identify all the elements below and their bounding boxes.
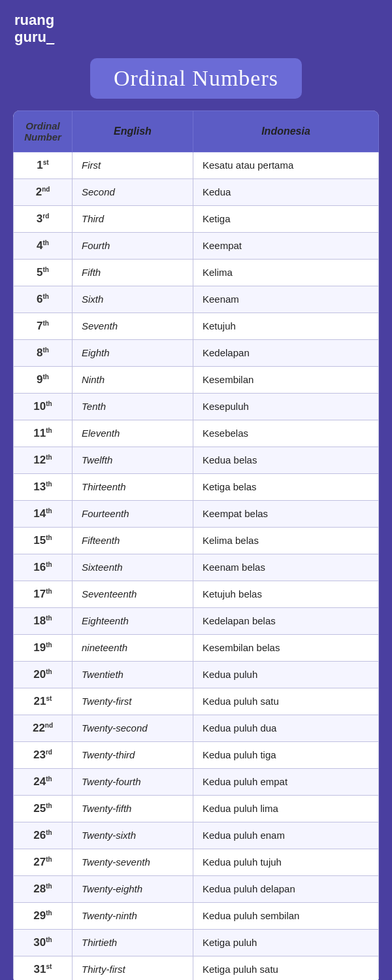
ordinal-num: 5 [37, 266, 42, 279]
cell-indonesia: Kedua puluh satu [193, 688, 379, 715]
cell-indonesia: Keempat [193, 232, 379, 259]
cell-english: Third [73, 205, 193, 232]
ordinal-sup: nd [42, 186, 50, 193]
table-row: 15thFifteenthKelima belas [14, 527, 379, 554]
cell-ordinal: 13th [14, 473, 73, 500]
cell-ordinal: 21st [14, 688, 73, 715]
cell-english: Second [73, 178, 193, 205]
ordinal-sup: st [43, 159, 49, 166]
table-row: 26thTwenty-sixthKedua puluh enam [14, 822, 379, 849]
cell-english: Thirtieth [73, 929, 193, 956]
table-header-row: Ordinal Number English Indonesia [14, 110, 379, 152]
cell-indonesia: Kedua puluh dua [193, 715, 379, 741]
cell-ordinal: 4th [14, 232, 73, 259]
cell-ordinal: 17th [14, 581, 73, 607]
cell-ordinal: 18th [14, 607, 73, 634]
page-title: Ordinal Numbers [114, 66, 278, 90]
cell-indonesia: Ketiga puluh satu [193, 956, 379, 980]
ordinal-num: 8 [37, 346, 42, 359]
table-row: 17thSeventeenthKetujuh belas [14, 581, 379, 607]
ordinal-sup: th [46, 534, 52, 541]
ordinal-sup: th [46, 454, 52, 461]
ordinal-sup: rd [42, 212, 49, 220]
cell-ordinal: 11th [14, 420, 73, 447]
ordinal-table-container: Ordinal Number English Indonesia 1stFirs… [13, 110, 379, 980]
table-row: 25thTwenty-fifthKedua puluh lima [14, 795, 379, 822]
cell-ordinal: 20th [14, 661, 73, 688]
ordinal-sup: th [46, 641, 52, 649]
cell-indonesia: Ketiga puluh [193, 929, 379, 956]
cell-indonesia: Ketujuh [193, 313, 379, 339]
table-row: 19thnineteenthKesembilan belas [14, 634, 379, 661]
ordinal-num: 14 [33, 507, 46, 520]
cell-english: Twentieth [73, 661, 193, 688]
cell-indonesia: Kelima belas [193, 527, 379, 554]
ordinal-sup: th [46, 615, 52, 622]
cell-indonesia: Ketiga [193, 205, 379, 232]
cell-english: Twenty-fifth [73, 795, 193, 822]
cell-english: Twenty-sixth [73, 822, 193, 849]
cell-indonesia: Keempat belas [193, 500, 379, 527]
table-row: 16thSixteenthKeenam belas [14, 554, 379, 581]
ordinal-sup: st [46, 963, 52, 970]
cell-ordinal: 10th [14, 393, 73, 420]
cell-indonesia: Kesembilan [193, 366, 379, 393]
table-row: 28thTwenty-eighthKedua puluh delapan [14, 875, 379, 902]
ordinal-table: Ordinal Number English Indonesia 1stFirs… [13, 110, 379, 980]
cell-indonesia: Kedua puluh tiga [193, 741, 379, 768]
cell-indonesia: Ketujuh belas [193, 581, 379, 607]
table-row: 13thThirteenthKetiga belas [14, 473, 379, 500]
ordinal-num: 12 [33, 454, 46, 466]
cell-english: Twenty-fourth [73, 768, 193, 795]
cell-english: Eleventh [73, 420, 193, 447]
ordinal-sup: th [46, 481, 52, 488]
cell-ordinal: 7th [14, 313, 73, 339]
ordinal-sup: th [46, 588, 52, 595]
ordinal-sup: th [43, 293, 49, 300]
ordinal-num: 23 [33, 749, 46, 761]
ordinal-num: 21 [34, 695, 46, 707]
cell-indonesia: Kesatu atau pertama [193, 152, 379, 178]
cell-english: nineteenth [73, 634, 193, 661]
cell-english: Thirty-first [73, 956, 193, 980]
header-ordinal-number: Ordinal Number [14, 110, 73, 152]
cell-english: Eighteenth [73, 607, 193, 634]
cell-english: Twenty-seventh [73, 849, 193, 875]
ordinal-sup: th [46, 936, 52, 943]
logo-text: ruangguru_ [14, 12, 54, 46]
table-body: 1stFirstKesatu atau pertama2ndSecondKedu… [14, 152, 379, 980]
table-row: 10thTenthKesepuluh [14, 393, 379, 420]
cell-ordinal: 12th [14, 447, 73, 473]
cell-ordinal: 19th [14, 634, 73, 661]
cell-ordinal: 23rd [14, 741, 73, 768]
cell-ordinal: 1st [14, 152, 73, 178]
ordinal-num: 1 [37, 159, 42, 171]
cell-indonesia: Kedua puluh delapan [193, 875, 379, 902]
table-row: 8thEighthKedelapan [14, 339, 379, 366]
cell-english: Ninth [73, 366, 193, 393]
cell-ordinal: 3rd [14, 205, 73, 232]
cell-ordinal: 28th [14, 875, 73, 902]
ordinal-num: 24 [33, 775, 46, 788]
table-row: 22ndTwenty-secondKedua puluh dua [14, 715, 379, 741]
cell-ordinal: 14th [14, 500, 73, 527]
ordinal-sup: th [46, 829, 52, 836]
ordinal-num: 3 [37, 212, 42, 225]
cell-english: Twelfth [73, 447, 193, 473]
ordinal-sup: th [46, 561, 52, 568]
ordinal-num: 20 [33, 668, 46, 681]
cell-ordinal: 22nd [14, 715, 73, 741]
logo: ruangguru_ [14, 12, 54, 46]
cell-indonesia: Kesembilan belas [193, 634, 379, 661]
cell-ordinal: 5th [14, 259, 73, 286]
header-english: English [73, 110, 193, 152]
cell-indonesia: Kedua puluh empat [193, 768, 379, 795]
ordinal-num: 22 [33, 722, 45, 734]
ordinal-sup: th [43, 373, 49, 380]
cell-ordinal: 29th [14, 902, 73, 929]
cell-indonesia: Kedua belas [193, 447, 379, 473]
cell-ordinal: 16th [14, 554, 73, 581]
cell-english: First [73, 152, 193, 178]
table-row: 4thFourthKeempat [14, 232, 379, 259]
ordinal-sup: th [43, 320, 49, 327]
